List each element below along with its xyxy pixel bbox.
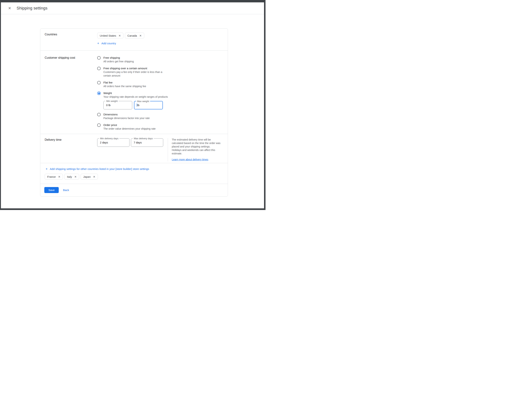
option-dimensions: Dimensions Package dimensions factor int… [97,113,223,120]
option-order-price: Order price The order value determines y… [97,123,223,131]
delivery-content: Min delivery days 2 days Max delivery da… [97,138,227,161]
countries-chip-row: United States ✕ Canada ✕ [97,33,223,38]
country-chip-italy[interactable]: Italy ✕ [64,174,79,180]
country-chip-japan[interactable]: Japan ✕ [81,174,98,180]
radio-weight-selected[interactable] [97,91,101,95]
delivery-time-section: Delivery time Min delivery days 2 days M… [40,134,228,163]
plus-icon: + [97,42,99,45]
other-countries-chip-row: France ✕ Italy ✕ Japan ✕ [45,174,223,180]
remove-country-icon[interactable]: ✕ [119,34,121,37]
save-button[interactable]: Save [44,187,59,193]
country-chip-united-states[interactable]: United States ✕ [97,33,123,38]
delivery-time-label: Delivery time [45,138,97,161]
option-free-shipping: Free shipping All orders get free shippi… [97,56,223,63]
delivery-fields-row: Min delivery days 2 days Max delivery da… [97,138,168,161]
min-weight-field[interactable]: Min weight 0 lb [103,101,132,109]
option-weight: Weight Your shipping rate depends on wei… [97,91,223,109]
max-delivery-days-label: Max delivery days [133,137,154,140]
remove-country-icon[interactable]: ✕ [139,34,142,37]
option-description: Your shipping rate depends on weight ran… [103,95,223,99]
countries-label: Countries [45,33,97,45]
option-flat-fee: Flat fee All orders have the same shippi… [97,81,223,88]
radio-flat-fee[interactable] [97,81,101,84]
shipping-cost-options: Free shipping All orders get free shippi… [97,56,223,131]
other-countries-section: + Add shipping settings for other countr… [40,163,228,184]
option-description: All orders have the same shipping fee [103,84,223,88]
radio-free-over-amount[interactable] [97,67,101,70]
option-description: The order value determines your shipping… [103,127,223,131]
radio-free-shipping[interactable] [97,56,101,60]
shipping-settings-card: Countries United States ✕ Canada ✕ + Add… [40,29,228,196]
option-title[interactable]: Dimensions [103,113,223,116]
add-country-label: Add country [101,42,116,45]
option-title[interactable]: Free shipping [103,56,223,60]
radio-order-price[interactable] [97,123,101,127]
shipping-cost-label: Customer shipping cost [45,56,97,131]
plus-icon: + [46,167,48,171]
max-weight-text: lb [137,104,139,107]
country-chip-france[interactable]: France ✕ [45,174,63,180]
learn-more-link[interactable]: Learn more about delivery times [172,158,208,161]
country-chip-canada[interactable]: Canada ✕ [125,33,144,38]
add-country-row: + Add country [97,42,223,45]
shipping-settings-page: { "header": { "title": "Shipping setting… [0,0,266,210]
remove-country-icon[interactable]: ✕ [93,175,95,178]
option-title[interactable]: Free shipping over a certain amount [103,67,223,70]
back-button[interactable]: Back [63,189,69,192]
close-icon[interactable]: ✕ [7,6,12,10]
text-cursor [137,104,137,107]
option-title[interactable]: Order price [103,123,223,127]
page-title: Shipping settings [16,6,47,11]
add-shipping-settings-label: Add shipping settings for other countrie… [50,167,149,170]
delivery-note-wrap: The estimated delivery time will be calc… [172,138,227,161]
vertical-divider [168,138,168,161]
remove-country-icon[interactable]: ✕ [58,175,61,178]
min-weight-label: Min weight [106,100,119,103]
remove-country-icon[interactable]: ✕ [74,175,77,178]
add-country-button[interactable]: + Add country [97,42,116,45]
max-weight-label: Max weight [136,100,150,103]
chip-label: Japan [83,175,91,178]
dialog-header: ✕ Shipping settings [1,2,264,14]
delivery-note-text: The estimated delivery time will be calc… [172,138,227,155]
chip-label: Italy [67,175,72,178]
max-weight-field[interactable]: Max weight lb [134,101,163,109]
min-delivery-days-label: Min delivery days [99,137,119,140]
weight-fields-row: Min weight 0 lb Max weight lb [103,101,223,109]
shipping-cost-section: Customer shipping cost Free shipping All… [40,51,228,134]
countries-section: Countries United States ✕ Canada ✕ + Add… [40,29,228,51]
radio-dimensions[interactable] [97,113,101,116]
option-free-over-amount: Free shipping over a certain amount Cust… [97,67,223,77]
chip-label: France [47,175,56,178]
chip-label: United States [100,34,116,37]
countries-content: United States ✕ Canada ✕ + Add country [97,33,223,45]
option-description: Customers pay a fee only if their order … [103,70,223,77]
option-title[interactable]: Weight [103,91,223,95]
option-title[interactable]: Flat fee [103,81,223,84]
max-delivery-days-field[interactable]: Max delivery days 7 days [131,138,163,147]
chip-label: Canada [127,34,137,37]
option-description: Package dimensions factor into your rate [103,116,223,120]
add-shipping-settings-link[interactable]: + Add shipping settings for other countr… [46,167,149,171]
footer-actions: Save Back [40,184,228,196]
option-description: All orders get free shipping [103,60,223,63]
min-delivery-days-field[interactable]: Min delivery days 2 days [97,138,129,147]
